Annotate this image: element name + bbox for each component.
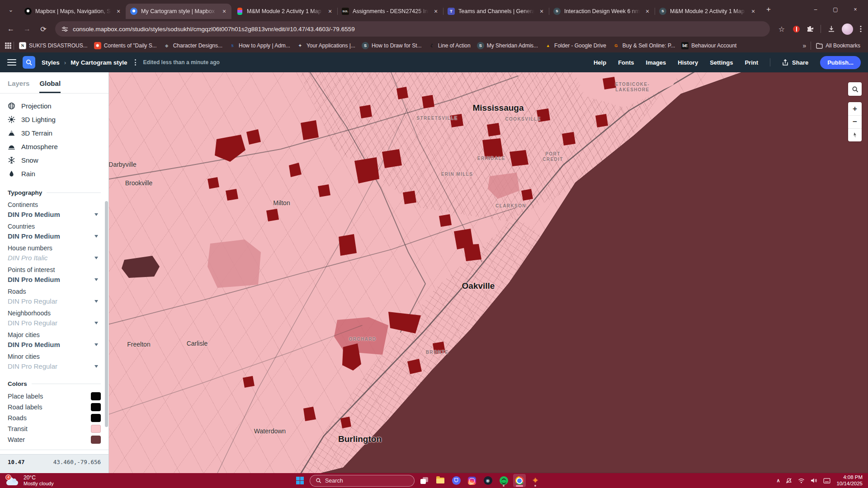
browser-tab[interactable]: D2LAssignments - DESN27425 Inte×: [337, 4, 443, 19]
map-search-button[interactable]: [848, 82, 862, 96]
style-name[interactable]: My Cartogram style: [71, 59, 127, 66]
font-select[interactable]: DIN Pro Medium: [8, 232, 101, 240]
file-explorer-taskbar-icon[interactable]: [434, 474, 447, 487]
taskbar-search[interactable]: Search: [310, 475, 415, 487]
color-swatch[interactable]: [91, 403, 101, 411]
compass-bearing-button[interactable]: [848, 128, 862, 141]
touch-keyboard-icon[interactable]: [823, 478, 830, 483]
browser-tab[interactable]: TTeams and Channels | General |×: [443, 4, 549, 19]
tab-close-icon[interactable]: ×: [326, 8, 334, 15]
bookmark-item[interactable]: bEBehaviour Account: [678, 41, 740, 51]
global-item-rain[interactable]: Rain: [0, 167, 108, 180]
font-select[interactable]: DIN Pro Regular: [8, 297, 101, 305]
weather-widget[interactable]: 4 20°C Mostly cloudy: [5, 475, 54, 487]
steam-taskbar-icon[interactable]: ◉: [481, 474, 494, 487]
studio-nav-fonts[interactable]: Fonts: [618, 59, 634, 66]
font-select[interactable]: DIN Pro Italic: [8, 254, 101, 262]
tab-close-icon[interactable]: ×: [644, 8, 651, 15]
map-canvas[interactable]: MississaugaOakvilleBurlingtonSTREETSVILL…: [109, 72, 868, 473]
mapbox-studio-logo[interactable]: [23, 56, 35, 69]
global-item-lighting[interactable]: 3D Lighting: [0, 113, 108, 126]
close-window-icon[interactable]: ×: [845, 0, 865, 19]
downloads-icon[interactable]: [828, 25, 835, 33]
studio-nav-settings[interactable]: Settings: [710, 59, 733, 66]
bookmark-item[interactable]: ζLine of Action: [425, 41, 474, 51]
tab-close-icon[interactable]: ×: [750, 8, 757, 15]
style-options-kebab-icon[interactable]: [134, 59, 137, 66]
tab-close-icon[interactable]: ×: [115, 8, 122, 15]
profile-avatar[interactable]: [842, 23, 853, 35]
sidebar-tab-global[interactable]: Global: [39, 80, 61, 93]
color-swatch[interactable]: [91, 414, 101, 422]
bookmark-item[interactable]: ▲Folder - Google Drive: [541, 41, 609, 51]
font-select[interactable]: DIN Pro Medium: [8, 211, 101, 218]
color-swatch[interactable]: [91, 436, 101, 444]
browser-tab[interactable]: Mapbox | Maps, Navigation, Se×: [20, 4, 126, 19]
new-tab-button[interactable]: +: [762, 3, 775, 16]
sidebar-scrollbar-thumb[interactable]: [105, 201, 108, 427]
notifications-off-icon[interactable]: [786, 478, 792, 484]
studio-nav-print[interactable]: Print: [745, 59, 758, 66]
forward-icon[interactable]: →: [23, 25, 32, 33]
back-icon[interactable]: ←: [6, 25, 15, 33]
discord-taskbar-icon[interactable]: ᗜ: [450, 474, 462, 487]
zoom-out-button[interactable]: −: [848, 115, 862, 128]
apps-grid-icon[interactable]: [5, 42, 12, 49]
instagram-taskbar-icon[interactable]: [466, 474, 478, 487]
task-view-button[interactable]: [420, 477, 428, 484]
studio-nav-images[interactable]: Images: [646, 59, 666, 66]
extensions-puzzle-icon[interactable]: [807, 25, 814, 33]
extension-red-icon[interactable]: [793, 26, 800, 33]
sidebar-tab-layers[interactable]: Layers: [8, 80, 29, 93]
address-bar[interactable]: console.mapbox.com/studio/styles/sodsukh…: [55, 21, 770, 37]
start-button[interactable]: [296, 477, 304, 484]
publish-button[interactable]: Publish...: [820, 56, 861, 69]
share-button[interactable]: Share: [782, 59, 808, 66]
bookmark-item[interactable]: NSUKI'S DISASTROUS...: [16, 41, 91, 51]
chrome-taskbar-icon[interactable]: [513, 474, 526, 487]
browser-tab[interactable]: SM&M Module 2 Activity 1 Map×: [655, 4, 760, 19]
reload-icon[interactable]: ⟳: [39, 25, 48, 33]
creative-app-taskbar-icon[interactable]: ✦: [529, 474, 542, 487]
minimize-window-icon[interactable]: –: [806, 0, 826, 19]
color-swatch[interactable]: [91, 392, 101, 400]
all-bookmarks-button[interactable]: All Bookmarks: [813, 41, 863, 50]
browser-menu-icon[interactable]: [860, 25, 862, 33]
tab-close-icon[interactable]: ×: [538, 8, 545, 15]
global-item-projection[interactable]: Projection: [0, 99, 108, 113]
volume-icon[interactable]: [811, 478, 817, 483]
maximize-window-icon[interactable]: ▢: [826, 0, 845, 19]
browser-tab[interactable]: My Cartogram style | Mapbox×: [126, 4, 231, 19]
bookmark-item[interactable]: SMy Sheridan Admis...: [474, 41, 541, 51]
studio-nav-help[interactable]: Help: [594, 59, 606, 66]
tab-close-icon[interactable]: ×: [432, 8, 439, 15]
bookmark-item[interactable]: SHow to Apply | Adm...: [226, 41, 293, 51]
tab-close-icon[interactable]: ×: [221, 8, 228, 15]
breadcrumb-styles[interactable]: Styles: [42, 59, 60, 66]
bookmark-item[interactable]: ✱Contents of "Daily S...: [91, 41, 160, 51]
font-select[interactable]: DIN Pro Regular: [8, 319, 101, 327]
bookmark-item[interactable]: ✦Your Applications |...: [293, 41, 359, 51]
browser-tab[interactable]: M&M Module 2 Activity 1 Map×: [231, 4, 337, 19]
global-item-atmosphere[interactable]: Atmosphere: [0, 140, 108, 153]
wifi-icon[interactable]: [798, 478, 805, 483]
menu-hamburger-icon[interactable]: [7, 59, 16, 66]
browser-tab[interactable]: SInteraction Design Week 6 nm×: [549, 4, 655, 19]
tab-search-chevron-icon[interactable]: ⌄: [5, 3, 17, 16]
spotify-taskbar-icon[interactable]: [497, 474, 510, 487]
bookmark-item[interactable]: GBuy & Sell Online: P...: [609, 41, 679, 51]
site-settings-icon[interactable]: [61, 26, 68, 33]
bookmark-item[interactable]: ◆Character Designs...: [160, 41, 226, 51]
studio-nav-history[interactable]: History: [678, 59, 698, 66]
global-item-snow[interactable]: Snow: [0, 153, 108, 167]
zoom-in-button[interactable]: +: [848, 102, 862, 115]
color-swatch[interactable]: [91, 425, 101, 433]
taskbar-clock[interactable]: 4:08 PM 10/14/2025: [836, 474, 863, 487]
global-item-terrain[interactable]: 3D Terrain: [0, 126, 108, 140]
bookmark-item[interactable]: SHow to Draw for St...: [359, 41, 425, 51]
bookmark-star-icon[interactable]: ☆: [777, 25, 786, 33]
font-select[interactable]: DIN Pro Medium: [8, 341, 101, 348]
hidden-icons-chevron-icon[interactable]: ∧: [776, 478, 780, 483]
font-select[interactable]: DIN Pro Medium: [8, 276, 101, 283]
font-select[interactable]: DIN Pro Regular: [8, 362, 101, 370]
